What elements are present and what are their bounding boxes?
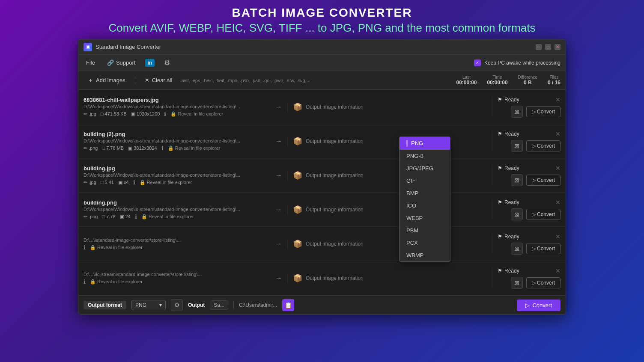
toolbar: ＋ Add images ✕ Clear all .avif, .eps, .h…: [78, 71, 566, 90]
output-info-5: 📦 Output image information: [287, 239, 489, 249]
dropdown-item-wbmp[interactable]: WBMP: [400, 249, 450, 261]
menu-settings-icon[interactable]: ⚙: [161, 57, 173, 68]
dropdown-item-bmp[interactable]: BMP: [400, 187, 450, 199]
linkedin-label: in: [148, 60, 152, 66]
close-button[interactable]: ✕: [555, 44, 561, 50]
dropdown-item-png8[interactable]: PNG-8: [400, 150, 450, 162]
hero-subtitle: Convert AVIF, WEBP, HEIC, SVG, TIFF ... …: [109, 21, 536, 35]
reveal-btn-2[interactable]: 🔒 Reveal in file explorer: [168, 145, 221, 151]
play-icon: ▷: [525, 302, 530, 309]
menu-bar: File 🔗 Support in ⚙ ✓ Keep PC awake whil…: [78, 55, 566, 71]
status-ready-5: ⚑ Ready: [498, 234, 519, 240]
actions-col-3: ⚑ Ready ✕ ⊠ ▷ Convert: [492, 165, 561, 186]
ext-tag-3: ✏ .jpg: [83, 180, 96, 185]
flag-icon-3: ⚑: [498, 165, 502, 171]
actions-col-2: ⚑ Ready ✕ ⊠ ▷ Convert: [492, 131, 561, 152]
stat-files: Files 0 / 16: [548, 75, 561, 86]
format-dropdown[interactable]: PNG PNG-8 JPG/JPEG GIF BMP ICO WEBP PBM …: [399, 136, 450, 262]
info-icon-4[interactable]: ℹ: [135, 214, 137, 220]
dropdown-item-ico[interactable]: ICO: [400, 199, 450, 212]
preview-btn-4[interactable]: ⊠: [511, 208, 523, 220]
keep-awake-checkbox[interactable]: ✓: [474, 59, 481, 66]
info-icon-6[interactable]: ℹ: [83, 279, 86, 285]
file-meta-6: ℹ 🔒 Reveal in file explorer: [83, 279, 272, 285]
reveal-btn-1[interactable]: 🔒 Reveal in file explorer: [170, 111, 223, 117]
hero-title: BATCH IMAGE CONVERTER: [109, 6, 536, 20]
reveal-btn-6[interactable]: 🔒 Reveal in file explorer: [90, 279, 143, 285]
keep-awake-label: Keep PC awake while processing: [484, 60, 561, 66]
info-icon-1[interactable]: ℹ: [164, 111, 166, 117]
browse-output-btn[interactable]: 📋: [282, 299, 294, 311]
output-path: C:\Users\admir...: [239, 302, 277, 308]
file-info-4: building.png D:\Workspace\Windows\io-str…: [83, 199, 272, 220]
files-value: 0 / 16: [548, 80, 561, 86]
dim-tag-1: ▣ 1920x1200: [131, 111, 160, 117]
file-path-6: D:\...\\io-stream\standard-image-convert…: [83, 272, 272, 277]
menu-linkedin[interactable]: in: [145, 59, 155, 67]
preview-btn-3[interactable]: ⊠: [511, 174, 523, 186]
close-row-btn-1[interactable]: ✕: [555, 96, 561, 103]
dropdown-item-gif[interactable]: GIF: [400, 175, 450, 187]
convert-btn-5[interactable]: ▷ Convert: [526, 243, 561, 254]
file-info-1: 6838681-chill-wallpapers.jpg D:\Workspac…: [83, 97, 272, 117]
output-info-text-6: Output image information: [306, 275, 364, 281]
dropdown-item-png[interactable]: PNG: [400, 137, 450, 150]
info-icon-2[interactable]: ℹ: [161, 145, 164, 151]
close-row-btn-3[interactable]: ✕: [555, 165, 561, 172]
file-meta-1: ✏ .jpg □ 471.53 KB ▣ 1920x1200 ℹ 🔒 Revea…: [83, 111, 272, 117]
table-row: building.jpg D:\Workspace\Windows\io-str…: [78, 158, 566, 193]
convert-all-button[interactable]: ▷ Convert: [517, 300, 561, 311]
format-select-value: PNG: [135, 302, 146, 308]
convert-btn-4[interactable]: ▷ Convert: [526, 209, 561, 220]
close-row-btn-4[interactable]: ✕: [555, 199, 561, 206]
menu-file[interactable]: File: [83, 58, 98, 68]
dropdown-item-jpg[interactable]: JPG/JPEG: [400, 162, 450, 175]
menu-support[interactable]: 🔗 Support: [104, 58, 138, 68]
close-row-btn-2[interactable]: ✕: [555, 131, 561, 137]
output-format-label: Output format: [83, 301, 126, 309]
convert-btn-2[interactable]: ▷ Convert: [526, 140, 561, 151]
dropdown-item-webp[interactable]: WEBP: [400, 212, 450, 224]
output-info-text-2: Output image information: [306, 138, 364, 144]
maximize-button[interactable]: □: [545, 44, 551, 50]
preview-btn-6[interactable]: ⊠: [511, 277, 523, 289]
reveal-btn-5[interactable]: 🔒 Reveal in file explorer: [90, 245, 143, 250]
action-btns-4: ⊠ ▷ Convert: [511, 208, 561, 220]
dropdown-item-pbm[interactable]: PBM: [400, 224, 450, 237]
output-info-text-3: Output image information: [306, 172, 364, 178]
output-info-1: 📦 Output image information: [287, 102, 489, 112]
cube-icon-4: 📦: [293, 205, 302, 214]
convert-btn-6[interactable]: ▷ Convert: [526, 277, 561, 288]
close-row-btn-6[interactable]: ✕: [555, 267, 561, 274]
diff-label: Difference: [518, 75, 537, 80]
flag-icon-2: ⚑: [498, 131, 502, 137]
info-icon-3[interactable]: ℹ: [133, 179, 135, 186]
size-tag-1: □ 471.53 KB: [101, 111, 127, 116]
clear-all-button[interactable]: ✕ Clear all: [140, 75, 177, 86]
file-path-3: D:\Workspace\Windows\io-stream\standard-…: [83, 172, 272, 178]
preview-btn-1[interactable]: ⊠: [511, 106, 523, 118]
minimize-button[interactable]: ─: [536, 44, 542, 50]
convert-btn-1[interactable]: ▷ Convert: [526, 106, 561, 117]
output-settings-btn[interactable]: ⚙: [171, 299, 183, 311]
close-row-btn-5[interactable]: ✕: [555, 233, 561, 240]
reveal-btn-4[interactable]: 🔒 Reveal in file explorer: [141, 214, 194, 220]
info-icon-5[interactable]: ℹ: [83, 244, 86, 251]
preview-btn-5[interactable]: ⊠: [511, 243, 523, 255]
file-path-4: D:\Workspace\Windows\io-stream\standard-…: [83, 207, 272, 212]
file-info-5: D:\...\\standard-image-converter\store-l…: [83, 237, 272, 251]
dropdown-item-pcx[interactable]: PCX: [400, 237, 450, 249]
file-meta-2: ✏ .png □ 7.78 MB ▣ 3812x3024 ℹ 🔒 Reveal …: [83, 145, 272, 151]
add-images-button[interactable]: ＋ Add images: [83, 74, 130, 86]
actions-col-1: ⚑ Ready ✕ ⊠ ▷ Convert: [492, 96, 561, 118]
size-tag-4: □ 7.78: [102, 214, 115, 219]
reveal-btn-3[interactable]: 🔒 Reveal in file explorer: [140, 180, 192, 185]
dim-tag-4: ▣ 24: [120, 214, 131, 220]
preview-btn-2[interactable]: ⊠: [511, 140, 523, 152]
convert-btn-3[interactable]: ▷ Convert: [526, 175, 561, 186]
output-label: Output: [188, 302, 205, 308]
output-info-text-5: Output image information: [306, 241, 364, 247]
file-name-1: 6838681-chill-wallpapers.jpg: [83, 97, 272, 103]
format-select[interactable]: PNG ▾: [131, 300, 166, 310]
file-meta-5: ℹ 🔒 Reveal in file explorer: [83, 244, 272, 251]
